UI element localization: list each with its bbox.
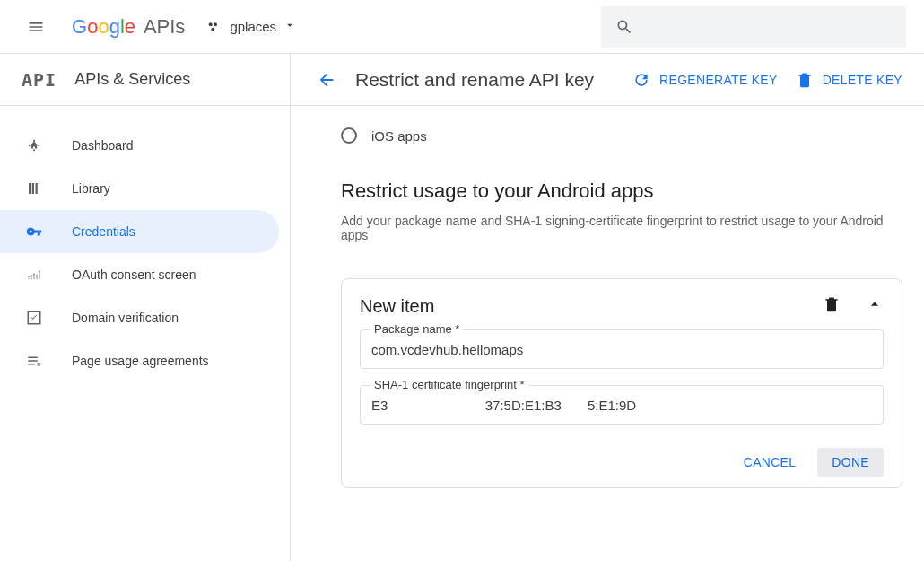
google-apis-logo: Google APIs xyxy=(72,15,185,39)
svg-point-1 xyxy=(214,22,217,26)
sidebar-item-oauth[interactable]: OAuth consent screen xyxy=(0,253,290,296)
sidebar-label: OAuth consent screen xyxy=(72,267,196,282)
svg-point-4 xyxy=(29,145,31,146)
new-item-card: New item Package name * SHA-1 xyxy=(341,278,902,488)
sidebar-label: Domain verification xyxy=(72,311,179,325)
svg-point-8 xyxy=(28,276,30,278)
regenerate-key-button[interactable]: REGENERATE KEY xyxy=(632,71,778,89)
svg-point-5 xyxy=(38,145,39,146)
card-title: New item xyxy=(360,296,434,317)
delete-item-button[interactable] xyxy=(823,295,841,317)
sidebar-title: APIs & Services xyxy=(74,70,190,89)
chevron-up-icon xyxy=(866,295,884,313)
sidebar-item-credentials[interactable]: Credentials xyxy=(0,210,279,253)
library-icon xyxy=(25,180,43,197)
svg-point-2 xyxy=(212,27,215,31)
sidebar: API APIs & Services Dashboard Library Cr… xyxy=(0,54,291,561)
svg-point-10 xyxy=(33,274,35,276)
back-button[interactable] xyxy=(312,66,341,94)
sidebar-item-library[interactable]: Library xyxy=(0,167,290,210)
verified-icon xyxy=(25,309,43,327)
sidebar-label: Credentials xyxy=(72,224,135,239)
svg-point-13 xyxy=(37,363,41,367)
radio-unchecked-icon xyxy=(341,127,357,144)
svg-point-12 xyxy=(39,271,40,273)
sidebar-item-dashboard[interactable]: Dashboard xyxy=(0,124,290,167)
project-dots-icon xyxy=(206,20,221,34)
sidebar-label: Page usage agreements xyxy=(72,354,209,368)
section-description: Add your package name and SHA-1 signing-… xyxy=(341,214,902,242)
refresh-icon xyxy=(632,71,650,89)
svg-point-0 xyxy=(209,22,213,26)
key-icon xyxy=(25,223,43,241)
arrow-left-icon xyxy=(317,70,336,90)
hamburger-menu[interactable] xyxy=(18,9,54,45)
sidebar-label: Library xyxy=(72,181,110,196)
project-name: gplaces xyxy=(230,19,276,34)
cancel-button[interactable]: CANCEL xyxy=(729,448,811,477)
delete-key-button[interactable]: DELETE KEY xyxy=(796,71,902,89)
trash-icon xyxy=(823,295,841,313)
api-logo-icon: API xyxy=(22,69,57,91)
oauth-icon xyxy=(25,266,43,284)
settings-list-icon xyxy=(25,352,43,370)
sidebar-label: Dashboard xyxy=(72,138,134,153)
collapse-button[interactable] xyxy=(866,295,884,317)
svg-point-11 xyxy=(36,275,38,276)
section-title: Restrict usage to your Android apps xyxy=(341,180,902,203)
sidebar-item-domain[interactable]: Domain verification xyxy=(0,296,290,339)
svg-point-9 xyxy=(31,275,32,276)
svg-point-3 xyxy=(33,145,36,147)
page-title: Restrict and rename API key xyxy=(355,69,594,91)
package-name-label: Package name * xyxy=(370,322,463,336)
dropdown-caret-icon xyxy=(283,19,296,35)
search-icon xyxy=(615,18,633,36)
sidebar-item-agreements[interactable]: Page usage agreements xyxy=(0,339,290,382)
dashboard-icon xyxy=(25,136,43,154)
radio-label: iOS apps xyxy=(371,128,427,144)
done-button[interactable]: DONE xyxy=(817,448,884,477)
project-switcher[interactable]: gplaces xyxy=(206,19,296,35)
sha1-label: SHA-1 certificate fingerprint * xyxy=(370,378,528,391)
svg-point-7 xyxy=(33,149,35,151)
svg-point-6 xyxy=(33,140,35,142)
radio-option-ios[interactable]: iOS apps xyxy=(341,117,902,144)
trash-icon xyxy=(796,71,814,89)
search-bar[interactable] xyxy=(601,6,906,48)
